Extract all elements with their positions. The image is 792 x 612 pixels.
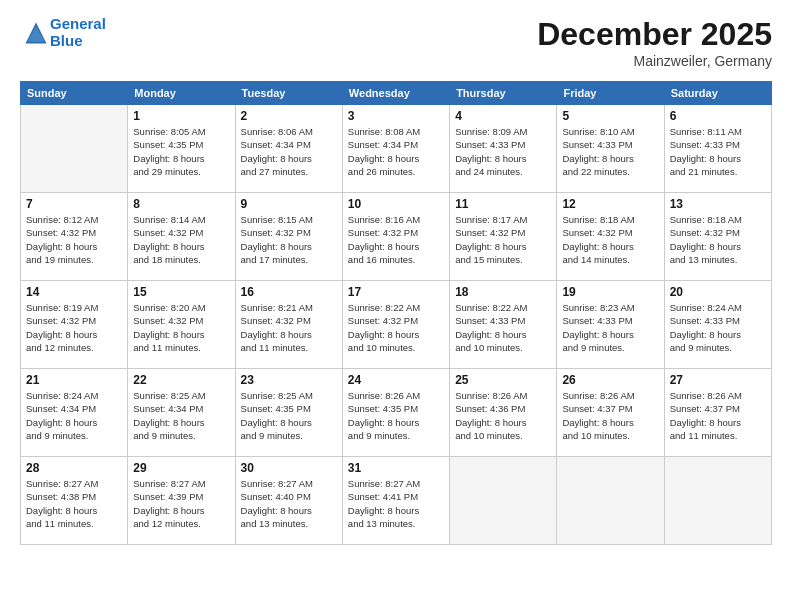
- day-info-line: Sunrise: 8:22 AM: [455, 302, 527, 313]
- day-info: Sunrise: 8:22 AMSunset: 4:32 PMDaylight:…: [348, 301, 444, 354]
- day-info-line: Daylight: 8 hours: [241, 329, 312, 340]
- day-info: Sunrise: 8:26 AMSunset: 4:35 PMDaylight:…: [348, 389, 444, 442]
- calendar-cell: 17Sunrise: 8:22 AMSunset: 4:32 PMDayligh…: [342, 281, 449, 369]
- calendar-cell: 13Sunrise: 8:18 AMSunset: 4:32 PMDayligh…: [664, 193, 771, 281]
- day-info-line: Sunset: 4:32 PM: [670, 227, 740, 238]
- day-info-line: Sunrise: 8:14 AM: [133, 214, 205, 225]
- day-number: 4: [455, 109, 551, 123]
- day-number: 13: [670, 197, 766, 211]
- calendar-cell: 7Sunrise: 8:12 AMSunset: 4:32 PMDaylight…: [21, 193, 128, 281]
- day-info-line: Daylight: 8 hours: [455, 329, 526, 340]
- day-info-line: Sunrise: 8:24 AM: [670, 302, 742, 313]
- calendar-cell: [557, 457, 664, 545]
- header-thursday: Thursday: [450, 82, 557, 105]
- day-info-line: Daylight: 8 hours: [348, 505, 419, 516]
- calendar-cell: 30Sunrise: 8:27 AMSunset: 4:40 PMDayligh…: [235, 457, 342, 545]
- day-info-line: Daylight: 8 hours: [455, 153, 526, 164]
- header-monday: Monday: [128, 82, 235, 105]
- day-info-line: and 15 minutes.: [455, 254, 523, 265]
- day-info-line: Sunset: 4:36 PM: [455, 403, 525, 414]
- calendar-cell: 16Sunrise: 8:21 AMSunset: 4:32 PMDayligh…: [235, 281, 342, 369]
- day-info-line: Daylight: 8 hours: [133, 153, 204, 164]
- day-info-line: Sunset: 4:37 PM: [562, 403, 632, 414]
- day-info-line: and 11 minutes.: [26, 518, 94, 529]
- day-info-line: Sunrise: 8:26 AM: [455, 390, 527, 401]
- day-number: 2: [241, 109, 337, 123]
- day-info-line: and 13 minutes.: [241, 518, 309, 529]
- logo: General Blue: [20, 16, 106, 49]
- day-info-line: and 18 minutes.: [133, 254, 201, 265]
- day-info-line: Sunset: 4:40 PM: [241, 491, 311, 502]
- day-number: 18: [455, 285, 551, 299]
- calendar-cell: 10Sunrise: 8:16 AMSunset: 4:32 PMDayligh…: [342, 193, 449, 281]
- calendar-cell: 6Sunrise: 8:11 AMSunset: 4:33 PMDaylight…: [664, 105, 771, 193]
- day-number: 1: [133, 109, 229, 123]
- calendar-cell: 26Sunrise: 8:26 AMSunset: 4:37 PMDayligh…: [557, 369, 664, 457]
- calendar-cell: 18Sunrise: 8:22 AMSunset: 4:33 PMDayligh…: [450, 281, 557, 369]
- day-info: Sunrise: 8:27 AMSunset: 4:38 PMDaylight:…: [26, 477, 122, 530]
- day-info: Sunrise: 8:25 AMSunset: 4:34 PMDaylight:…: [133, 389, 229, 442]
- day-info-line: Sunrise: 8:11 AM: [670, 126, 742, 137]
- calendar-cell: 25Sunrise: 8:26 AMSunset: 4:36 PMDayligh…: [450, 369, 557, 457]
- day-number: 15: [133, 285, 229, 299]
- day-info-line: Sunset: 4:39 PM: [133, 491, 203, 502]
- day-number: 22: [133, 373, 229, 387]
- calendar-cell: 3Sunrise: 8:08 AMSunset: 4:34 PMDaylight…: [342, 105, 449, 193]
- day-info-line: Sunrise: 8:27 AM: [133, 478, 205, 489]
- calendar-week-1: 7Sunrise: 8:12 AMSunset: 4:32 PMDaylight…: [21, 193, 772, 281]
- day-info: Sunrise: 8:25 AMSunset: 4:35 PMDaylight:…: [241, 389, 337, 442]
- calendar-cell: 15Sunrise: 8:20 AMSunset: 4:32 PMDayligh…: [128, 281, 235, 369]
- calendar-cell: 9Sunrise: 8:15 AMSunset: 4:32 PMDaylight…: [235, 193, 342, 281]
- day-info-line: Sunrise: 8:26 AM: [670, 390, 742, 401]
- day-number: 30: [241, 461, 337, 475]
- day-number: 19: [562, 285, 658, 299]
- day-info-line: and 11 minutes.: [241, 342, 309, 353]
- day-info-line: Sunset: 4:35 PM: [241, 403, 311, 414]
- day-number: 7: [26, 197, 122, 211]
- day-info-line: Sunrise: 8:24 AM: [26, 390, 98, 401]
- day-info-line: Daylight: 8 hours: [133, 505, 204, 516]
- day-info-line: Sunrise: 8:25 AM: [133, 390, 205, 401]
- day-info: Sunrise: 8:27 AMSunset: 4:41 PMDaylight:…: [348, 477, 444, 530]
- day-info: Sunrise: 8:22 AMSunset: 4:33 PMDaylight:…: [455, 301, 551, 354]
- header-tuesday: Tuesday: [235, 82, 342, 105]
- calendar-cell: 28Sunrise: 8:27 AMSunset: 4:38 PMDayligh…: [21, 457, 128, 545]
- header-saturday: Saturday: [664, 82, 771, 105]
- calendar-cell: 5Sunrise: 8:10 AMSunset: 4:33 PMDaylight…: [557, 105, 664, 193]
- day-info-line: Sunset: 4:34 PM: [241, 139, 311, 150]
- calendar-cell: 2Sunrise: 8:06 AMSunset: 4:34 PMDaylight…: [235, 105, 342, 193]
- day-info-line: and 9 minutes.: [241, 430, 303, 441]
- day-info: Sunrise: 8:24 AMSunset: 4:33 PMDaylight:…: [670, 301, 766, 354]
- calendar-cell: 22Sunrise: 8:25 AMSunset: 4:34 PMDayligh…: [128, 369, 235, 457]
- day-info: Sunrise: 8:27 AMSunset: 4:40 PMDaylight:…: [241, 477, 337, 530]
- day-info: Sunrise: 8:20 AMSunset: 4:32 PMDaylight:…: [133, 301, 229, 354]
- day-info-line: Daylight: 8 hours: [670, 153, 741, 164]
- day-number: 17: [348, 285, 444, 299]
- day-info-line: Daylight: 8 hours: [26, 241, 97, 252]
- day-info: Sunrise: 8:26 AMSunset: 4:37 PMDaylight:…: [670, 389, 766, 442]
- day-info-line: and 10 minutes.: [455, 430, 523, 441]
- day-number: 29: [133, 461, 229, 475]
- day-info: Sunrise: 8:19 AMSunset: 4:32 PMDaylight:…: [26, 301, 122, 354]
- day-info-line: Sunrise: 8:12 AM: [26, 214, 98, 225]
- day-info-line: Sunset: 4:35 PM: [133, 139, 203, 150]
- day-info-line: and 9 minutes.: [348, 430, 410, 441]
- day-info-line: and 29 minutes.: [133, 166, 201, 177]
- day-info-line: Daylight: 8 hours: [562, 329, 633, 340]
- calendar-cell: [664, 457, 771, 545]
- day-info-line: and 14 minutes.: [562, 254, 630, 265]
- day-info-line: Sunset: 4:32 PM: [348, 227, 418, 238]
- day-info-line: Sunset: 4:32 PM: [455, 227, 525, 238]
- day-info: Sunrise: 8:05 AMSunset: 4:35 PMDaylight:…: [133, 125, 229, 178]
- day-info: Sunrise: 8:24 AMSunset: 4:34 PMDaylight:…: [26, 389, 122, 442]
- calendar-cell: 21Sunrise: 8:24 AMSunset: 4:34 PMDayligh…: [21, 369, 128, 457]
- day-info-line: Sunrise: 8:19 AM: [26, 302, 98, 313]
- logo-line1: General: [50, 15, 106, 32]
- calendar-cell: 8Sunrise: 8:14 AMSunset: 4:32 PMDaylight…: [128, 193, 235, 281]
- day-info-line: Sunset: 4:32 PM: [26, 315, 96, 326]
- day-info-line: Daylight: 8 hours: [670, 417, 741, 428]
- day-info-line: and 10 minutes.: [348, 342, 416, 353]
- day-info-line: Daylight: 8 hours: [241, 505, 312, 516]
- day-info-line: and 13 minutes.: [348, 518, 416, 529]
- day-number: 25: [455, 373, 551, 387]
